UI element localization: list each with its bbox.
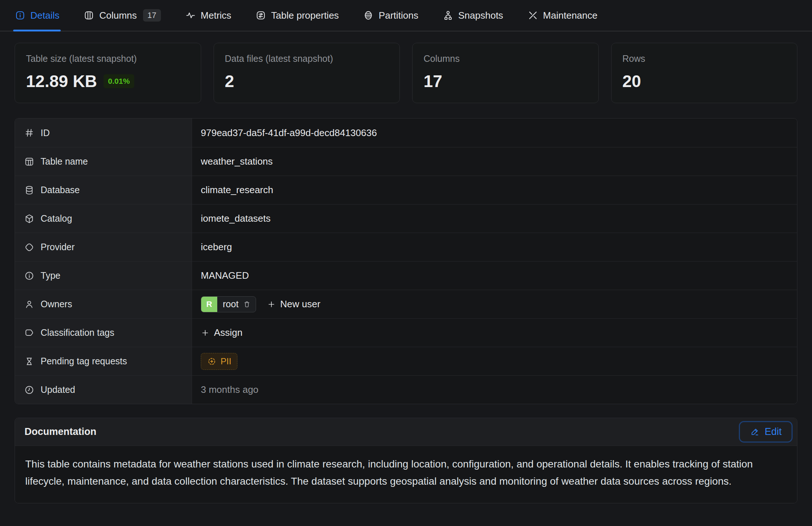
add-new-user-button[interactable]: New user	[267, 298, 320, 310]
table-icon	[24, 157, 34, 167]
pencil-icon	[750, 427, 760, 437]
tab-snapshots[interactable]: Snapshots	[443, 0, 503, 31]
tab-columns[interactable]: Columns17	[83, 0, 161, 31]
row-label: Type	[41, 270, 60, 281]
table-row-table-name: Table nameweather_stations	[15, 147, 797, 176]
table-row-classification-tags: Classification tagsAssign	[15, 318, 797, 347]
stat-value: 17	[424, 71, 442, 91]
row-value: 3 months ago	[201, 384, 259, 395]
pending-tag-badge[interactable]: PII	[201, 353, 237, 370]
edit-button-label: Edit	[764, 426, 782, 437]
row-label-cell: Updated	[15, 376, 192, 404]
row-label: Catalog	[41, 213, 72, 224]
table-row-pending-tag-requests: Pending tag requestsPII	[15, 347, 797, 375]
stat-card: Rows20	[611, 43, 798, 103]
pending-tag-label: PII	[221, 356, 231, 367]
details-table: ID979ead37-da5f-41df-a99d-decd84130636Ta…	[15, 118, 797, 404]
documentation-section: Documentation Edit This table contains m…	[15, 418, 797, 503]
assign-label: Assign	[214, 327, 243, 338]
stat-card: Columns17	[412, 43, 599, 103]
tab-label: Table properties	[271, 10, 339, 21]
pulse-icon	[185, 10, 196, 21]
table-row-owners: OwnersRrootNew user	[15, 290, 797, 318]
row-value: iomete_datasets	[201, 213, 271, 224]
row-label: Updated	[41, 384, 75, 395]
row-value: climate_research	[201, 184, 273, 196]
edit-documentation-button[interactable]: Edit	[739, 421, 793, 443]
stat-label: Rows	[623, 53, 786, 64]
hierarchy-icon	[443, 10, 454, 21]
hourglass-icon	[24, 356, 34, 367]
table-row-catalog: Catalogiomete_datasets	[15, 204, 797, 233]
tab-metrics[interactable]: Metrics	[185, 0, 232, 31]
row-label: Pending tag requests	[41, 356, 127, 367]
stat-card: Data files (latest snapshot)2	[214, 43, 400, 103]
info-circle-icon	[24, 271, 34, 281]
stat-label: Table size (latest snapshot)	[26, 53, 190, 64]
stat-card: Table size (latest snapshot)12.89 KB0.01…	[15, 43, 201, 103]
tab-label: Snapshots	[458, 10, 503, 21]
stat-value: 12.89 KB	[26, 71, 97, 91]
user-icon	[24, 299, 34, 309]
tab-partitions[interactable]: Partitions	[363, 0, 418, 31]
hash-icon	[24, 128, 34, 138]
table-row-type: TypeMANAGED	[15, 261, 797, 290]
tab-bar: DetailsColumns17MetricsTable propertiesP…	[0, 0, 812, 31]
tab-table-properties[interactable]: Table properties	[255, 0, 339, 31]
sliders-icon	[255, 10, 266, 21]
row-label: Provider	[41, 242, 75, 252]
stat-change-badge: 0.01%	[104, 74, 134, 88]
tab-label: Partitions	[379, 10, 418, 21]
stats-row: Table size (latest snapshot)12.89 KB0.01…	[15, 43, 797, 103]
row-value-cell: Assign	[192, 319, 797, 347]
row-label: Classification tags	[41, 327, 114, 338]
table-row-provider: Providericeberg	[15, 233, 797, 261]
row-value-cell: 979ead37-da5f-41df-a99d-decd84130636	[192, 119, 797, 147]
tab-label: Maintenance	[543, 10, 598, 21]
table-row-id: ID979ead37-da5f-41df-a99d-decd84130636	[15, 119, 797, 147]
owner-name: root	[217, 299, 243, 309]
tools-icon	[527, 10, 538, 21]
owner-chip[interactable]: Rroot	[201, 296, 256, 312]
clock-icon	[24, 385, 34, 395]
table-row-updated: Updated3 months ago	[15, 375, 797, 404]
tab-count-badge: 17	[143, 9, 161, 22]
stat-value: 20	[623, 71, 641, 91]
plus-icon	[201, 328, 210, 337]
documentation-header: Documentation Edit	[15, 418, 797, 446]
row-value-cell: 3 months ago	[192, 376, 797, 404]
tab-maintenance[interactable]: Maintenance	[527, 0, 598, 31]
row-label-cell: ID	[15, 119, 192, 147]
stat-value-row: 20	[623, 71, 786, 91]
stat-value: 2	[225, 71, 234, 91]
diamond-icon	[24, 242, 34, 252]
partitions-icon	[363, 10, 374, 21]
stat-value-row: 17	[424, 71, 587, 91]
add-new-user-label: New user	[280, 298, 320, 310]
tab-label: Details	[30, 10, 59, 21]
row-label: Owners	[41, 299, 72, 309]
tab-details[interactable]: Details	[15, 0, 59, 31]
row-value-cell: iomete_datasets	[192, 204, 797, 233]
documentation-title: Documentation	[25, 426, 97, 437]
row-label-cell: Type	[15, 262, 192, 290]
row-value-cell: RrootNew user	[192, 290, 797, 318]
assign-tag-button[interactable]: Assign	[201, 327, 243, 338]
row-label: Table name	[41, 156, 88, 167]
documentation-body: This table contains metadata for weather…	[15, 446, 797, 503]
row-value: iceberg	[201, 241, 232, 253]
row-label-cell: Catalog	[15, 204, 192, 233]
database-icon	[24, 185, 34, 195]
row-label-cell: Provider	[15, 233, 192, 261]
row-value: 979ead37-da5f-41df-a99d-decd84130636	[201, 127, 377, 139]
stat-value-row: 12.89 KB0.01%	[26, 71, 190, 91]
row-label-cell: Table name	[15, 147, 192, 176]
row-value-cell: climate_research	[192, 176, 797, 204]
plus-icon	[267, 300, 276, 309]
row-value-cell: PII	[192, 347, 797, 375]
tab-label: Metrics	[201, 10, 232, 21]
row-value-cell: iceberg	[192, 233, 797, 261]
row-label-cell: Classification tags	[15, 319, 192, 347]
trash-icon[interactable]	[243, 300, 251, 308]
info-square-icon	[15, 10, 26, 21]
